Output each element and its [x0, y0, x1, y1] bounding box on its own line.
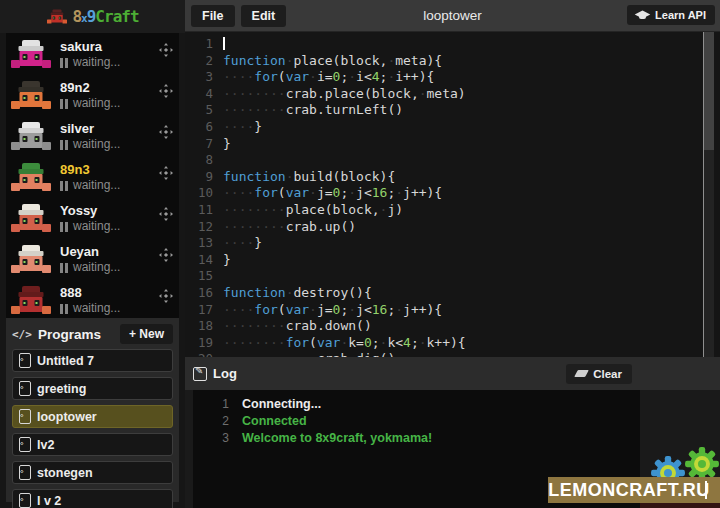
- program-item[interactable]: greeting: [12, 377, 173, 400]
- robot-avatar-icon: [10, 285, 52, 317]
- code-line[interactable]: 2function·place(block,·meta){: [185, 53, 720, 70]
- players-panel[interactable]: sakura waiting... 89n2 waiting... silver…: [6, 33, 179, 318]
- watermark-banner: LEMONCRAFT.RU: [548, 477, 720, 503]
- file-icon: [19, 381, 31, 396]
- programs-header: </> Programs + New: [12, 323, 173, 345]
- move-icon[interactable]: [159, 84, 173, 98]
- file-icon: [19, 353, 31, 368]
- player-name: Yossy: [60, 203, 159, 218]
- file-menu[interactable]: File: [191, 5, 235, 27]
- player-status: waiting...: [60, 56, 159, 69]
- code-line[interactable]: 7}: [185, 136, 720, 153]
- code-line[interactable]: 17····for(var·j=0;·j<16;·j++){: [185, 302, 720, 319]
- player-name: 89n2: [60, 80, 159, 95]
- player-row[interactable]: 89n2 waiting...: [6, 76, 179, 117]
- pause-icon: [60, 263, 68, 273]
- player-name: 89n3: [60, 162, 159, 177]
- move-icon[interactable]: [159, 43, 173, 57]
- player-status: waiting...: [60, 179, 159, 192]
- code-line[interactable]: 9function·build(block){: [185, 169, 720, 186]
- code-line[interactable]: 14}: [185, 252, 720, 269]
- programs-panel: </> Programs + New Untitled 7 greeting l…: [6, 318, 179, 502]
- player-row[interactable]: 888 waiting...: [6, 281, 179, 318]
- move-icon[interactable]: [159, 166, 173, 180]
- code-line[interactable]: 19········for(var·k=0;·k<4;·k++){: [185, 335, 720, 352]
- code-lines: 12function·place(block,·meta){3····for(v…: [185, 32, 720, 357]
- learn-api-label: Learn API: [655, 9, 706, 21]
- pause-icon: [60, 140, 68, 150]
- robot-avatar-icon: [10, 39, 52, 71]
- program-label: greeting: [37, 382, 86, 396]
- code-line[interactable]: 12········crab.up(): [185, 219, 720, 236]
- code-line[interactable]: 6····}: [185, 119, 720, 136]
- code-icon: </>: [12, 328, 32, 341]
- line-number: 10: [185, 185, 213, 202]
- new-program-button[interactable]: + New: [120, 324, 173, 344]
- editor-scrollbar[interactable]: [703, 32, 714, 357]
- program-item[interactable]: Untitled 7: [12, 349, 173, 372]
- player-status-text: waiting...: [73, 138, 120, 151]
- logo-robot-icon: [47, 9, 68, 25]
- app-logo: 8x9Craft: [0, 0, 185, 33]
- player-row[interactable]: silver waiting...: [6, 117, 179, 158]
- pause-icon: [60, 58, 68, 68]
- program-label: lv2: [37, 438, 54, 452]
- eraser-icon: [574, 370, 589, 377]
- player-status: waiting...: [60, 138, 159, 151]
- line-number: 13: [185, 235, 213, 252]
- watermark-text: LEMONCRAFT.RU: [548, 480, 720, 501]
- clear-log-button[interactable]: Clear: [566, 364, 632, 384]
- pause-icon: [60, 304, 68, 314]
- line-number: 6: [185, 119, 213, 136]
- line-number: 5: [185, 102, 213, 119]
- program-label: stonegen: [37, 466, 93, 480]
- text-cursor: [223, 37, 225, 50]
- code-line[interactable]: 10····for(var·j=0;·j<16;·j++){: [185, 185, 720, 202]
- robot-avatar-icon: [10, 80, 52, 112]
- move-icon[interactable]: [159, 248, 173, 262]
- line-number: 15: [185, 268, 213, 285]
- code-line[interactable]: 3····for(var·i=0;·i<4;·i++){: [185, 69, 720, 86]
- code-line[interactable]: 5········crab.turnLeft(): [185, 102, 720, 119]
- learn-api-button[interactable]: Learn API: [627, 5, 715, 25]
- code-line[interactable]: 8: [185, 152, 720, 169]
- document-title: looptower: [423, 8, 482, 23]
- program-item[interactable]: lv2: [12, 433, 173, 456]
- line-number: 11: [185, 202, 213, 219]
- player-row[interactable]: Ueyan waiting...: [6, 240, 179, 281]
- player-status-text: waiting...: [73, 97, 120, 110]
- code-line[interactable]: 15: [185, 268, 720, 285]
- move-icon[interactable]: [159, 289, 173, 303]
- player-row[interactable]: sakura waiting...: [6, 35, 179, 76]
- player-status: waiting...: [60, 261, 159, 274]
- program-item-selected[interactable]: looptower: [12, 405, 173, 428]
- code-line[interactable]: 16function·destroy(){: [185, 285, 720, 302]
- code-editor[interactable]: 12function·place(block,·meta){3····for(v…: [185, 32, 720, 357]
- line-number: 18: [185, 318, 213, 335]
- line-number: 2: [185, 53, 213, 70]
- file-icon: [19, 409, 31, 424]
- player-row[interactable]: Yossy waiting...: [6, 199, 179, 240]
- file-icon: [19, 465, 31, 480]
- log-title: Log: [213, 366, 566, 381]
- program-label: looptower: [37, 410, 97, 424]
- scrollbar-thumb[interactable]: [704, 32, 714, 150]
- code-line[interactable]: 13····}: [185, 235, 720, 252]
- player-row[interactable]: 89n3 waiting...: [6, 158, 179, 199]
- code-line[interactable]: 1: [185, 36, 720, 53]
- log-icon: [193, 367, 207, 381]
- program-item[interactable]: l v 2: [12, 489, 173, 508]
- code-line[interactable]: 18········crab.down(): [185, 318, 720, 335]
- line-number: 19: [185, 335, 213, 352]
- code-line[interactable]: 11········place(block,·j): [185, 202, 720, 219]
- robot-avatar-icon: [10, 244, 52, 276]
- move-icon[interactable]: [159, 125, 173, 139]
- move-icon[interactable]: [159, 207, 173, 221]
- program-item[interactable]: stonegen: [12, 461, 173, 484]
- clear-label: Clear: [593, 368, 622, 380]
- line-number: 8: [185, 152, 213, 169]
- code-line[interactable]: 4········crab.place(block,·meta): [185, 86, 720, 103]
- player-status-text: waiting...: [73, 302, 120, 315]
- player-status: waiting...: [60, 302, 159, 315]
- edit-menu[interactable]: Edit: [241, 5, 287, 27]
